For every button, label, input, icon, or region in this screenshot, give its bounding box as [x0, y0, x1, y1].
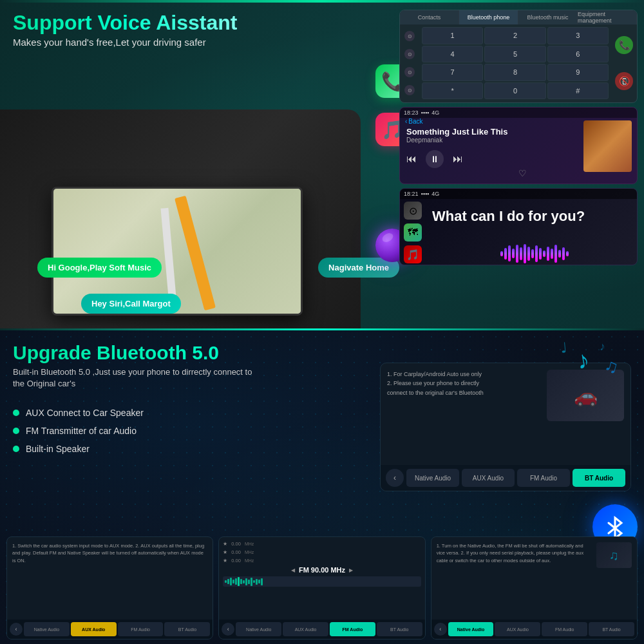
google-bubble: Hi Google,Play Soft Music: [37, 258, 162, 278]
feature-dot-2: [13, 428, 19, 434]
wave-bar-14: [551, 249, 553, 259]
bt-features: AUX Connect to Car Speaker FM Transmitte…: [13, 408, 144, 462]
bt-device-panel: 1. For Carplay/Android Auto use only 2. …: [380, 363, 631, 491]
audio-tab-native[interactable]: Native Audio: [406, 469, 459, 487]
key-star[interactable]: *: [422, 82, 483, 100]
wave-bar-4: [512, 249, 515, 258]
key-8[interactable]: 8: [484, 64, 545, 81]
fm-bar-7: [240, 579, 242, 584]
fm-tab-aux[interactable]: AUX Audio: [283, 622, 328, 636]
next-freq-btn[interactable]: ▶: [349, 567, 353, 573]
wave-bar-12: [543, 251, 545, 257]
key-0[interactable]: 0: [484, 82, 545, 100]
music-status-bar: 18:23 ▪▪▪▪ 4G: [400, 108, 637, 118]
bt-back-button[interactable]: ‹: [386, 469, 404, 487]
maps-icon: 🗺: [404, 223, 422, 242]
native-panel-content: 1. Turn on the Native Audio, the FM will…: [431, 537, 637, 573]
fm-mhz-display: FM 90.00 MHz: [299, 566, 345, 574]
fm-back-btn[interactable]: ‹: [222, 623, 234, 636]
keypad-icon-3: ⊙: [404, 67, 415, 77]
key-hash[interactable]: #: [547, 82, 609, 100]
small-panel-native: 1. Turn on the Native Audio, the FM will…: [431, 536, 638, 639]
aux-tab-fm[interactable]: FM Audio: [118, 622, 164, 636]
next-button[interactable]: ⏭: [453, 153, 463, 165]
siri-question: What can I do for you?: [432, 208, 630, 225]
phone-panel: Contacts Bluetooth phone Bluetooth music…: [399, 10, 638, 103]
top-glow: [0, 0, 644, 3]
siri-bubble: Hey Siri,Call Margot: [81, 294, 181, 314]
aux-tab-aux[interactable]: AUX Audio: [71, 622, 117, 636]
audio-tab-aux[interactable]: AUX Audio: [462, 469, 515, 487]
audio-tab-fm[interactable]: FM Audio: [517, 469, 570, 487]
bottom-section: Upgrade Bluetooth 5.0 Built-in Bluetooth…: [0, 330, 644, 644]
music-note-decoration-4: ♪: [600, 340, 605, 354]
native-image-block: ♫: [596, 542, 632, 568]
keypad-left-icons: ⊙ ⊙ ⊙ ⊙: [400, 24, 419, 102]
native-tab-aux[interactable]: AUX Audio: [495, 622, 540, 636]
native-tab-native[interactable]: Native Audio: [448, 622, 494, 636]
bt-audio-tabs: ‹ Native Audio AUX Audio FM Audio BT Aud…: [381, 465, 630, 491]
siri-time: 18:21: [404, 191, 419, 197]
freq-unit-3: MHz: [245, 558, 254, 563]
key-6[interactable]: 6: [547, 46, 609, 63]
audio-tab-bt[interactable]: BT Audio: [573, 469, 625, 487]
fm-tab-native[interactable]: Native Audio: [236, 622, 281, 636]
tab-bluetooth-phone[interactable]: Bluetooth phone: [459, 10, 518, 24]
prev-button[interactable]: ⏮: [406, 153, 417, 165]
aux-back-btn[interactable]: ‹: [10, 623, 23, 636]
aux-tab-bt[interactable]: BT Audio: [164, 622, 210, 636]
key-4[interactable]: 4: [422, 46, 483, 63]
music-siri-icon: 🎵: [404, 245, 422, 263]
freq-unit-2: MHz: [245, 550, 254, 554]
key-1[interactable]: 1: [422, 27, 483, 44]
feature-item-3: Built-in Speaker: [13, 444, 144, 454]
key-9[interactable]: 9: [547, 64, 609, 81]
music-artist: Deepmaniak: [406, 137, 579, 144]
wave-bar-5: [516, 245, 518, 263]
key-2[interactable]: 2: [484, 27, 545, 44]
tab-bluetooth-music[interactable]: Bluetooth music: [518, 10, 578, 24]
fm-bar-5: [235, 578, 237, 585]
native-tab-bt[interactable]: BT Audio: [589, 622, 634, 636]
tab-contacts[interactable]: Contacts: [400, 10, 459, 24]
map-road-secondary: [160, 208, 176, 305]
key-7[interactable]: 7: [422, 64, 483, 81]
wave-bar-16: [558, 250, 561, 258]
feature-dot-1: [13, 410, 19, 416]
fm-bar-14: [258, 580, 260, 583]
pause-button[interactable]: ⏸: [426, 150, 444, 168]
feature-item-1: AUX Connect to Car Speaker: [13, 408, 144, 418]
native-panel-tabs: ‹ Native Audio AUX Audio FM Audio BT Aud…: [431, 620, 637, 639]
key-3[interactable]: 3: [547, 27, 609, 44]
heart-button[interactable]: ♡: [518, 168, 527, 178]
header-text: Support Voice Aisstant Makes your hand's…: [13, 12, 237, 48]
wave-bar-6: [520, 247, 522, 260]
star-1: ★: [223, 541, 227, 547]
key-5[interactable]: 5: [484, 46, 545, 63]
wave-bar-9: [531, 249, 534, 258]
tab-equipment[interactable]: Equipment management: [578, 10, 637, 24]
end-call-button[interactable]: 📵: [615, 72, 633, 90]
bt-subtitle: Built-in Bluetooth 5.0 ,Just use your ph…: [13, 366, 258, 390]
prev-freq-btn[interactable]: ◀: [291, 567, 295, 573]
feature-text-2: FM Transmitter of car Audio: [26, 426, 137, 436]
fm-tab-bt[interactable]: BT Audio: [377, 622, 422, 636]
siri-wave: [432, 242, 637, 265]
native-tab-fm[interactable]: FM Audio: [542, 622, 587, 636]
native-back-btn[interactable]: ‹: [434, 623, 447, 636]
feature-text-3: Built-in Speaker: [26, 444, 90, 454]
wave-bar-8: [527, 247, 530, 261]
fm-bar-11: [251, 578, 252, 586]
feature-item-2: FM Transmitter of car Audio: [13, 426, 144, 436]
fm-bar-9: [245, 578, 247, 585]
fm-tab-fm[interactable]: FM Audio: [330, 622, 375, 636]
native-text-block: 1. Turn on the Native Audio, the FM will…: [437, 542, 592, 568]
wave-bar-7: [524, 244, 526, 263]
call-button[interactable]: 📞: [615, 36, 633, 54]
wave-bar-11: [539, 248, 542, 260]
aux-tab-native[interactable]: Native Audio: [24, 622, 70, 636]
music-content: Something Just Like This Deepmaniak ⏮ ⏸ …: [406, 127, 579, 168]
fm-freq-row-1: ★ 0.00 MHz: [223, 541, 421, 547]
fm-bar-4: [232, 580, 234, 583]
music-back-button[interactable]: ‹ Back: [405, 118, 423, 125]
